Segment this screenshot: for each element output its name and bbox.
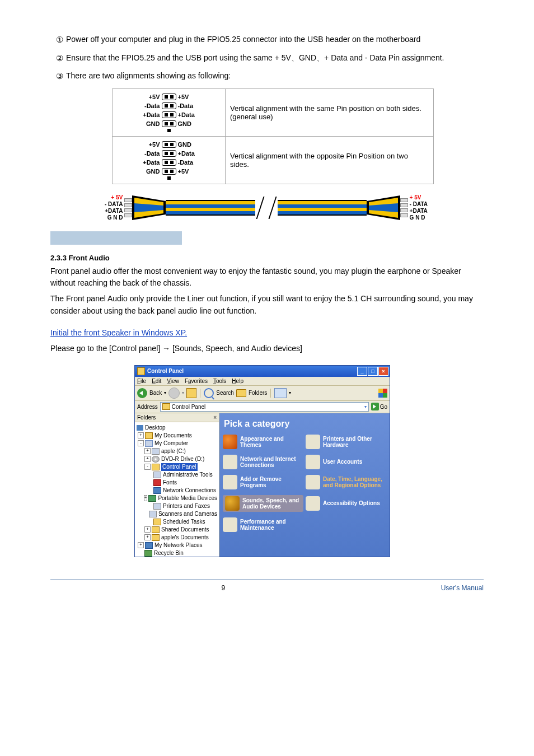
cat-appearance[interactable]: Appearance and Themes [223,435,303,449]
pin-row-desc: Vertical alignment with the same Pin pos… [226,88,434,136]
tree-scanners[interactable]: Scanners and Cameras [158,510,217,518]
address-input[interactable]: Control Panel ▾ [160,402,369,412]
address-value: Control Panel [172,404,206,410]
audio-instruction: Please go to the [Control panel] → [Soun… [50,343,484,355]
step-2-text: Ensure that the FPIO5.25 and the USB por… [66,52,484,64]
pin-label: GND [176,141,203,148]
cable-pin-label: G N D [410,214,428,221]
up-button-icon[interactable] [186,388,196,398]
control-panel-tree-icon [152,464,160,470]
control-panel-screenshot: Control Panel _ □ × File Edit View Favor… [134,365,389,557]
folders-pane-title: Folders [137,414,156,421]
menu-tools[interactable]: Tools [213,378,226,384]
tree-recycle[interactable]: Recycle Bin [154,549,184,557]
tree-mydocs[interactable]: My Documents [154,432,192,440]
go-icon [371,403,379,410]
pin-label: -Data [176,102,203,109]
cat-date-time[interactable]: Date, Time, Language, and Regional Optio… [306,475,386,489]
tree-collapse-icon[interactable]: - [144,464,151,470]
cat-network[interactable]: Network and Internet Connections [223,455,303,469]
tree-netplaces[interactable]: My Network Places [154,542,203,549]
search-icon[interactable] [204,388,214,398]
tree-desktop[interactable]: Desktop [145,424,166,432]
menu-edit[interactable]: Edit [152,378,161,384]
tree-admin[interactable]: Administrative Tools [163,471,213,479]
pin-label: -Data [176,159,203,166]
drive-icon [152,448,160,455]
pin-alignment-table: +5V+5V -Data-Data +Data+Data GNDGND Vert… [112,88,434,184]
pin-label: +Data [135,159,162,166]
cat-performance[interactable]: Performance and Maintenance [223,517,303,532]
folders-pane-close[interactable]: × [213,414,217,421]
accessibility-icon [306,496,320,511]
back-button-icon[interactable] [137,388,147,398]
tree-mycomp[interactable]: My Computer [154,440,188,447]
cat-printers[interactable]: Printers and Other Hardware [306,435,386,449]
section-heading: 2.3.3 Front Audio [50,254,484,262]
category-pane: Pick a category Appearance and Themes Pr… [219,413,390,557]
tree-expand-icon[interactable]: + [144,495,148,501]
tree-fonts[interactable]: Fonts [163,479,177,487]
date-time-icon [306,475,320,489]
tree-expand-icon[interactable]: + [144,456,151,462]
tree-expand-icon[interactable]: + [144,448,151,454]
folders-icon[interactable] [236,389,246,397]
cat-accessibility[interactable]: Accessibility Options [306,495,386,512]
tree-control-panel[interactable]: Control Panel [161,463,198,471]
pin-label: GND [176,120,203,127]
menu-file[interactable]: File [137,378,146,384]
tree-expand-icon[interactable]: + [144,534,151,540]
pin-label: +5V [135,141,162,148]
pin-label: +5V [176,94,203,100]
back-button-label[interactable]: Back [149,390,162,396]
close-button[interactable]: × [378,367,388,376]
folder-icon [152,526,160,533]
menu-view[interactable]: View [167,378,179,384]
pin-label: +5V [135,94,162,100]
cable-pin-label: G N D [105,214,123,221]
footer-rule [50,580,484,580]
tree-dvd[interactable]: DVD-R Drive (D:) [161,455,204,463]
step-2-num: ② [56,52,66,65]
step-1-text: Power off your computer and plug in the … [66,34,484,45]
forward-button-icon[interactable] [168,388,180,399]
tree-sched[interactable]: Scheduled Tasks [163,518,205,526]
scheduled-tasks-icon [153,519,161,525]
menu-help[interactable]: Help [232,378,243,384]
window-titlebar[interactable]: Control Panel _ □ × [135,366,390,377]
page-number: 9 [221,584,225,592]
tree-netconn[interactable]: Network Connections [163,487,216,494]
window-title: Control Panel [147,368,184,374]
search-button-label[interactable]: Search [216,390,234,396]
desktop-icon [137,425,143,431]
views-button-icon[interactable] [274,388,287,398]
cat-sounds[interactable]: Sounds, Speech, and Audio Devices [223,495,303,512]
folders-pane: Folders× Desktop +My Documents -My Compu… [135,413,219,557]
cat-users[interactable]: User Accounts [306,455,386,469]
usb-cable-diagram: + 5V - DATA +DATA G N D + 5V - DATA +DAT… [105,192,429,223]
menu-favorites[interactable]: Favorites [185,378,208,384]
cat-add-remove[interactable]: Add or Remove Programs [223,475,303,489]
tree-appledocs[interactable]: apple's Documents [161,534,209,542]
tree-portable[interactable]: Portable Media Devices [158,494,217,502]
tree-expand-icon[interactable]: + [138,432,144,438]
tree-shared[interactable]: Shared Documents [161,526,209,534]
tree-drive-c[interactable]: apple (C:) [161,447,186,455]
tree-expand-icon[interactable]: + [144,526,151,533]
pin-row-desc: Vertical alignment with the opposite Pin… [226,136,434,184]
add-remove-icon [223,475,237,489]
tree-printers[interactable]: Printers and Faxes [163,502,210,510]
folders-button-label[interactable]: Folders [249,390,267,396]
maximize-button[interactable]: □ [368,367,378,376]
tree-collapse-icon[interactable]: - [138,440,144,446]
printers-icon [153,503,161,510]
appearance-icon [223,435,237,449]
pin-label: -Data [135,150,162,157]
address-icon [162,403,170,410]
install-steps: ① Power off your computer and plug in th… [56,34,484,83]
minimize-button[interactable]: _ [357,367,367,376]
connector-left-icon [132,195,166,220]
pin-label: +Data [135,111,162,118]
go-button[interactable]: Go [371,403,387,410]
tree-expand-icon[interactable]: + [138,542,144,548]
